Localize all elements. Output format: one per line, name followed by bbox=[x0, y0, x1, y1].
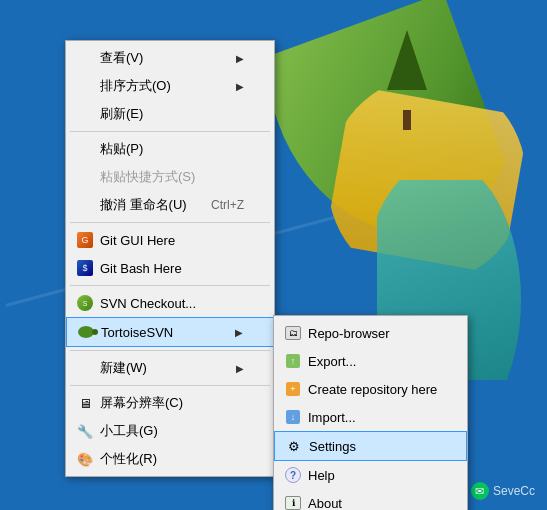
export-icon-shape: ↑ bbox=[286, 354, 300, 368]
tortoise-body bbox=[78, 326, 94, 338]
menu-item-undo[interactable]: 撤消 重命名(U) Ctrl+Z bbox=[66, 191, 274, 219]
submenu-item-help[interactable]: ? Help bbox=[274, 461, 467, 489]
tree-top bbox=[387, 30, 427, 90]
undo-label: 撤消 重命名(U) bbox=[100, 196, 191, 214]
paste-icon bbox=[74, 139, 96, 159]
context-menu: 查看(V) ▶ 排序方式(O) ▶ 刷新(E) 粘贴(P) 粘贴快捷方式(S) … bbox=[65, 40, 275, 477]
tortoise-arrow: ▶ bbox=[235, 327, 243, 338]
paste-special-icon bbox=[74, 167, 96, 187]
export-label: Export... bbox=[308, 354, 437, 369]
wechat-icon: ✉ bbox=[471, 482, 489, 500]
sort-icon bbox=[74, 76, 96, 96]
import-icon-shape: ↓ bbox=[286, 410, 300, 424]
menu-item-tortoise[interactable]: TortoiseSVN ▶ 🗂 Repo-browser ↑ Export... bbox=[66, 317, 274, 347]
submenu-item-settings[interactable]: ⚙ Settings bbox=[274, 431, 467, 461]
git-gui-icon-shape: G bbox=[77, 232, 93, 248]
undo-icon bbox=[74, 195, 96, 215]
about-label: About bbox=[308, 496, 437, 511]
monitor-icon-shape: 🖥 bbox=[79, 396, 92, 411]
create-repo-icon-shape: + bbox=[286, 382, 300, 396]
submenu-item-export[interactable]: ↑ Export... bbox=[274, 347, 467, 375]
menu-item-refresh[interactable]: 刷新(E) bbox=[66, 100, 274, 128]
settings-icon-shape: ⚙ bbox=[286, 438, 302, 454]
separator-3 bbox=[70, 285, 270, 286]
view-icon bbox=[74, 48, 96, 68]
git-gui-icon: G bbox=[74, 230, 96, 250]
svn-icon-shape: S bbox=[77, 295, 93, 311]
menu-item-git-bash[interactable]: $ Git Bash Here bbox=[66, 254, 274, 282]
tortoise-icon bbox=[75, 322, 97, 342]
desktop: ✉ SeveCc 查看(V) ▶ 排序方式(O) ▶ 刷新(E) 粘贴(P) 粘… bbox=[0, 0, 547, 510]
help-icon-shape: ? bbox=[285, 467, 301, 483]
separator-1 bbox=[70, 131, 270, 132]
git-bash-icon: $ bbox=[74, 258, 96, 278]
menu-item-personalize[interactable]: 🎨 个性化(R) bbox=[66, 445, 274, 473]
undo-shortcut: Ctrl+Z bbox=[211, 198, 244, 212]
sort-arrow: ▶ bbox=[236, 81, 244, 92]
svn-icon: S bbox=[74, 293, 96, 313]
submenu-item-import[interactable]: ↓ Import... bbox=[274, 403, 467, 431]
watermark-text: SeveCc bbox=[493, 484, 535, 498]
menu-item-git-gui[interactable]: G Git GUI Here bbox=[66, 226, 274, 254]
export-icon: ↑ bbox=[282, 351, 304, 371]
menu-item-paste-special[interactable]: 粘贴快捷方式(S) bbox=[66, 163, 274, 191]
paste-label: 粘贴(P) bbox=[100, 140, 244, 158]
settings-label: Settings bbox=[309, 439, 436, 454]
new-arrow: ▶ bbox=[236, 363, 244, 374]
separator-5 bbox=[70, 385, 270, 386]
git-gui-label: Git GUI Here bbox=[100, 233, 244, 248]
tortoise-label: TortoiseSVN bbox=[101, 325, 235, 340]
menu-item-sort[interactable]: 排序方式(O) ▶ bbox=[66, 72, 274, 100]
refresh-icon bbox=[74, 104, 96, 124]
repo-icon-shape: 🗂 bbox=[285, 326, 301, 340]
repo-browser-icon: 🗂 bbox=[282, 323, 304, 343]
svn-label: SVN Checkout... bbox=[100, 296, 244, 311]
import-label: Import... bbox=[308, 410, 437, 425]
git-bash-icon-shape: $ bbox=[77, 260, 93, 276]
palette-icon-shape: 🎨 bbox=[77, 452, 93, 467]
tortoise-icon-shape bbox=[76, 323, 96, 341]
bg-tree bbox=[387, 30, 427, 130]
settings-icon: ⚙ bbox=[283, 436, 305, 456]
new-label: 新建(W) bbox=[100, 359, 236, 377]
import-icon: ↓ bbox=[282, 407, 304, 427]
personalize-icon: 🎨 bbox=[74, 449, 96, 469]
menu-item-paste[interactable]: 粘贴(P) bbox=[66, 135, 274, 163]
create-repo-icon: + bbox=[282, 379, 304, 399]
resolution-icon: 🖥 bbox=[74, 393, 96, 413]
resolution-label: 屏幕分辨率(C) bbox=[100, 394, 244, 412]
git-bash-label: Git Bash Here bbox=[100, 261, 244, 276]
help-icon: ? bbox=[282, 465, 304, 485]
gadgets-label: 小工具(G) bbox=[100, 422, 244, 440]
personalize-label: 个性化(R) bbox=[100, 450, 244, 468]
gadgets-icon: 🔧 bbox=[74, 421, 96, 441]
submenu-item-about[interactable]: ℹ About bbox=[274, 489, 467, 510]
tree-trunk bbox=[403, 110, 411, 130]
wrench-icon-shape: 🔧 bbox=[77, 424, 93, 439]
menu-item-resolution[interactable]: 🖥 屏幕分辨率(C) bbox=[66, 389, 274, 417]
repo-browser-label: Repo-browser bbox=[308, 326, 437, 341]
paste-special-label: 粘贴快捷方式(S) bbox=[100, 168, 244, 186]
view-arrow: ▶ bbox=[236, 53, 244, 64]
tortoise-submenu: 🗂 Repo-browser ↑ Export... + Create repo… bbox=[273, 315, 468, 510]
view-label: 查看(V) bbox=[100, 49, 236, 67]
watermark: ✉ SeveCc bbox=[471, 482, 535, 500]
tortoise-head bbox=[92, 329, 98, 335]
about-icon: ℹ bbox=[282, 493, 304, 510]
separator-4 bbox=[70, 350, 270, 351]
menu-item-gadgets[interactable]: 🔧 小工具(G) bbox=[66, 417, 274, 445]
menu-item-new[interactable]: 新建(W) ▶ bbox=[66, 354, 274, 382]
create-repo-label: Create repository here bbox=[308, 382, 437, 397]
menu-item-svn[interactable]: S SVN Checkout... bbox=[66, 289, 274, 317]
new-icon bbox=[74, 358, 96, 378]
refresh-label: 刷新(E) bbox=[100, 105, 244, 123]
submenu-item-create-repo[interactable]: + Create repository here bbox=[274, 375, 467, 403]
menu-item-view[interactable]: 查看(V) ▶ bbox=[66, 44, 274, 72]
separator-2 bbox=[70, 222, 270, 223]
submenu-item-repo-browser[interactable]: 🗂 Repo-browser bbox=[274, 319, 467, 347]
sort-label: 排序方式(O) bbox=[100, 77, 236, 95]
about-icon-shape: ℹ bbox=[285, 496, 301, 510]
help-label: Help bbox=[308, 468, 437, 483]
